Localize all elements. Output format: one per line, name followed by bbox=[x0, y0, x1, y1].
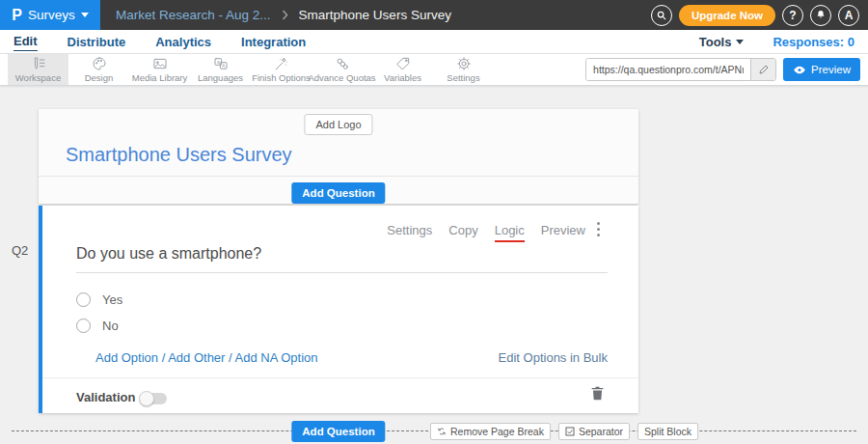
tab-analytics[interactable]: Analytics bbox=[155, 33, 211, 51]
search-button[interactable] bbox=[651, 5, 672, 26]
survey-url-input[interactable] bbox=[586, 59, 750, 80]
upgrade-button[interactable]: Upgrade Now bbox=[679, 5, 775, 26]
question-tab-settings[interactable]: Settings bbox=[387, 223, 432, 242]
tool-media-library[interactable]: Media Library bbox=[129, 54, 190, 85]
delete-question-button[interactable] bbox=[591, 386, 604, 404]
page-break-controls: Remove Page Break Separator Split Block bbox=[430, 423, 698, 440]
tool-settings[interactable]: Settings bbox=[433, 54, 494, 85]
tool-design[interactable]: Design bbox=[68, 54, 129, 85]
section-nav: Edit Distribute Analytics Integration To… bbox=[0, 30, 868, 54]
survey-url-box bbox=[585, 58, 776, 81]
tool-languages[interactable]: aA Languages bbox=[190, 54, 251, 85]
tool-workspace[interactable]: Workspace bbox=[8, 54, 68, 85]
tools-label: Tools bbox=[699, 35, 732, 49]
eye-icon bbox=[793, 65, 806, 75]
pencil-icon bbox=[758, 64, 770, 75]
chevron-right-icon bbox=[282, 10, 288, 20]
separator-label: Separator bbox=[579, 426, 623, 437]
upgrade-label: Upgrade Now bbox=[692, 10, 763, 21]
tool-variables[interactable]: Variables bbox=[372, 54, 433, 85]
tab-integration[interactable]: Integration bbox=[241, 33, 306, 51]
validation-toggle[interactable] bbox=[141, 393, 167, 404]
add-other-link[interactable]: Add Other bbox=[168, 350, 225, 365]
question-card: Settings Copy Logic Preview Do you use a… bbox=[39, 206, 638, 413]
help-icon: ? bbox=[789, 9, 796, 22]
breadcrumb: Market Research - Aug 2... Smartphone Us… bbox=[116, 8, 451, 22]
surveys-menu[interactable]: P Surveys bbox=[0, 0, 100, 30]
radio-icon[interactable] bbox=[76, 319, 91, 333]
translate-icon: aA bbox=[213, 56, 229, 71]
breadcrumb-folder[interactable]: Market Research - Aug 2... bbox=[116, 8, 271, 22]
add-question-button-top[interactable]: Add Question bbox=[291, 182, 385, 204]
split-block-label: Split Block bbox=[644, 426, 692, 437]
tab-distribute[interactable]: Distribute bbox=[68, 33, 126, 51]
workspace-toolbar: Workspace Design Media Library aA Langua… bbox=[0, 54, 868, 86]
survey-header-card: Add Logo Smartphone Users Survey Add Que… bbox=[39, 109, 638, 204]
divider bbox=[42, 377, 638, 378]
toolbar-right: Preview bbox=[585, 54, 868, 85]
preview-label: Preview bbox=[811, 64, 851, 75]
svg-text:a: a bbox=[216, 59, 219, 65]
app-window: P Surveys Market Research - Aug 2... Sma… bbox=[0, 0, 868, 444]
add-question-button-bottom[interactable]: Add Question bbox=[291, 421, 385, 442]
option-label[interactable]: No bbox=[102, 319, 119, 333]
bell-icon bbox=[815, 9, 827, 21]
avatar-button[interactable]: A bbox=[838, 5, 859, 26]
edit-options-in-bulk-link[interactable]: Edit Options in Bulk bbox=[499, 350, 608, 365]
tab-edit[interactable]: Edit bbox=[14, 32, 38, 51]
wand-icon bbox=[274, 56, 289, 71]
topbar-actions: Upgrade Now ? A bbox=[651, 5, 868, 26]
help-button[interactable]: ? bbox=[782, 5, 803, 26]
gear-icon bbox=[456, 56, 472, 71]
tag-icon bbox=[395, 56, 411, 71]
toggle-knob bbox=[139, 391, 154, 406]
image-icon bbox=[152, 56, 168, 71]
preview-button[interactable]: Preview bbox=[783, 58, 860, 81]
workspace-icon bbox=[31, 56, 46, 71]
chain-rings-icon bbox=[335, 56, 350, 71]
topbar: P Surveys Market Research - Aug 2... Sma… bbox=[0, 0, 868, 30]
question-tab-logic[interactable]: Logic bbox=[495, 223, 525, 242]
question-number: Q2 bbox=[12, 243, 28, 258]
tool-advance-quotas[interactable]: Advance Quotas bbox=[312, 54, 372, 85]
caret-down-icon bbox=[736, 40, 744, 44]
add-logo-button[interactable]: Add Logo bbox=[304, 114, 372, 135]
option-label[interactable]: Yes bbox=[102, 292, 122, 307]
tools-menu[interactable]: Tools bbox=[699, 35, 745, 49]
answer-option-yes[interactable]: Yes bbox=[76, 292, 122, 307]
checkbox-checked-icon bbox=[565, 427, 575, 436]
option-links: Add Option / Add Other / Add NA Option bbox=[95, 350, 318, 365]
link-separator: / bbox=[225, 350, 234, 365]
answer-option-no[interactable]: No bbox=[76, 319, 119, 333]
notifications-button[interactable] bbox=[810, 5, 831, 26]
question-tabs: Settings Copy Logic Preview bbox=[387, 223, 585, 242]
question-tab-preview[interactable]: Preview bbox=[541, 223, 585, 242]
sync-icon bbox=[437, 427, 447, 436]
avatar-initial: A bbox=[845, 9, 854, 22]
survey-title[interactable]: Smartphone Users Survey bbox=[66, 144, 292, 166]
trash-icon bbox=[591, 386, 604, 401]
remove-page-break-button[interactable]: Remove Page Break bbox=[430, 423, 551, 440]
edit-url-button[interactable] bbox=[750, 58, 775, 81]
split-block-button[interactable]: Split Block bbox=[637, 423, 698, 440]
responses-count[interactable]: Responses: 0 bbox=[773, 35, 854, 49]
divider bbox=[39, 176, 638, 177]
svg-text:A: A bbox=[221, 63, 225, 69]
question-tab-copy[interactable]: Copy bbox=[448, 223, 477, 242]
remove-page-break-label: Remove Page Break bbox=[450, 426, 544, 437]
surveys-menu-label: Surveys bbox=[28, 8, 75, 22]
radio-icon[interactable] bbox=[76, 292, 91, 307]
search-icon bbox=[656, 10, 667, 21]
separator-button[interactable]: Separator bbox=[558, 423, 630, 440]
link-separator: / bbox=[158, 350, 168, 365]
validation-label: Validation bbox=[76, 390, 135, 404]
question-text[interactable]: Do you use a smartphone? bbox=[76, 245, 608, 273]
nav-right: Tools Responses: 0 bbox=[699, 35, 854, 49]
add-na-option-link[interactable]: Add NA Option bbox=[235, 350, 318, 365]
tool-finish-options[interactable]: Finish Options bbox=[251, 54, 312, 85]
breadcrumb-current: Smartphone Users Survey bbox=[299, 8, 451, 22]
palette-icon bbox=[92, 56, 107, 71]
add-option-link[interactable]: Add Option bbox=[95, 350, 158, 365]
question-more-menu[interactable] bbox=[594, 222, 602, 236]
questionpro-logo: P bbox=[12, 8, 22, 23]
